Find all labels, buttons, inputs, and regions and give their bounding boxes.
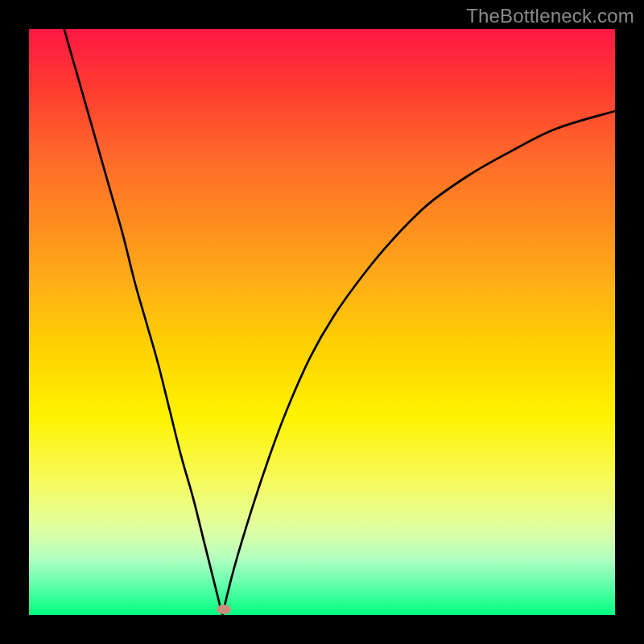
chart-container: TheBottleneck.com [0,0,644,644]
gradient-plot-area [29,29,615,615]
minimum-marker [217,605,231,614]
watermark-text: TheBottleneck.com [466,5,634,27]
curve-svg [29,29,615,615]
curve-path [64,29,615,615]
